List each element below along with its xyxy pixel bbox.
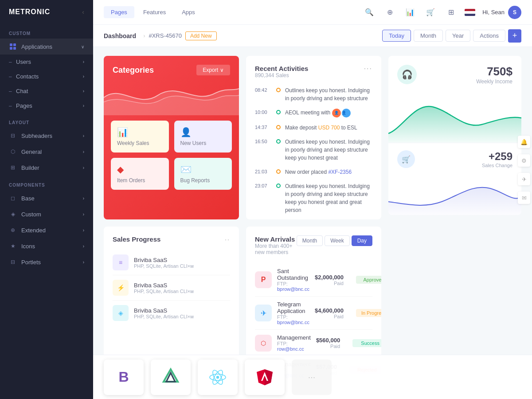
tab-week[interactable]: Week (325, 235, 349, 246)
search-icon[interactable]: 🔍 (363, 6, 376, 19)
activities-header: Recent Activities 890,344 Sales ··· (255, 65, 372, 85)
sidebar-item-contacts[interactable]: Contacts › (0, 69, 93, 84)
arrival-paid-3: Paid (316, 344, 340, 349)
base-chevron-icon: › (83, 196, 84, 201)
framework-bootstrap[interactable]: B (104, 360, 144, 395)
brand-name: METRONIC (9, 8, 50, 16)
svg-rect-1 (13, 43, 16, 46)
income-top: 🎧 750$ Weekly Income (388, 56, 521, 94)
vue-icon (162, 368, 180, 386)
cart-icon[interactable]: 🛒 (424, 6, 437, 19)
chart-icon[interactable]: 📊 (403, 6, 417, 19)
shopping-icon: 🛒 (402, 155, 411, 164)
builder-chevron-icon: › (83, 165, 84, 170)
custom-label: Custom (21, 211, 41, 218)
right-panel: 🎧 750$ Weekly Income (388, 56, 521, 390)
year-button[interactable]: Year (446, 30, 470, 42)
tab-apps[interactable]: Apps (175, 6, 202, 18)
tab-pages[interactable]: Pages (104, 6, 134, 18)
flag-icon[interactable] (465, 9, 475, 16)
sidebar-item-chat[interactable]: Chat › (0, 84, 93, 98)
category-new-users[interactable]: 👤 New Users (174, 121, 232, 153)
send-icon[interactable]: ✈ (518, 173, 530, 185)
app-logo-1: P (261, 276, 266, 284)
activities-subtitle: 890,344 Sales (255, 72, 308, 78)
sidebar-item-pages[interactable]: Pages › (0, 98, 93, 113)
activity-time: 21:03 (255, 169, 272, 174)
sidebar-item-builder[interactable]: ⊞ Builder › (0, 160, 93, 176)
right-floating-icons: 🔔 ⚙ ✈ ✉ (518, 136, 530, 204)
activity-dot-icon (276, 88, 281, 92)
breadcrumb: › #XRS-45670 Add New (143, 31, 217, 40)
activity-item: 21:03 New order placed #XF-2356 (255, 168, 372, 176)
svg-marker-4 (164, 369, 178, 382)
month-button[interactable]: Month (414, 30, 443, 42)
layout-section-label: LAYOUT (0, 113, 93, 128)
activity-text: Outlines keep you honest. Indulging in p… (285, 86, 372, 102)
sidebar-item-icons[interactable]: ★ Icons › (0, 238, 93, 254)
tab-day[interactable]: Day (352, 235, 372, 246)
arrival-info-2: Telegram Application FTP: bprow@bnc.cc (277, 301, 309, 325)
sidebar-collapse-icon[interactable]: ‹ (82, 8, 84, 16)
sidebar-item-applications[interactable]: Applications ∨ (0, 39, 93, 55)
income-card: 🎧 750$ Weekly Income (388, 56, 521, 142)
framework-angular[interactable] (245, 360, 285, 395)
export-button[interactable]: Export ∨ (196, 65, 230, 75)
activity-text: Outlines keep you honest. Indulging in p… (285, 182, 372, 214)
notification-icon[interactable]: 🔔 (518, 136, 530, 148)
sidebar-item-general[interactable]: ⬡ General › (0, 144, 93, 160)
activity-time: 10:00 (255, 110, 272, 115)
progress-icon-1: ≡ (113, 254, 129, 270)
base-icon: ◻ (9, 194, 17, 202)
extended-icon: ⊕ (9, 226, 17, 234)
today-button[interactable]: Today (382, 30, 411, 42)
arrival-icon-3: ⬡ (255, 335, 272, 352)
arrivals-subtitle: More than 400+ new members (255, 243, 297, 255)
subheaders-chevron-icon: › (83, 133, 84, 138)
icons-icon: ★ (9, 242, 17, 250)
category-bug-reports[interactable]: ✉️ Bug Reports (174, 158, 232, 190)
applications-label: Applications (21, 43, 52, 50)
progress-menu-icon[interactable]: ·· (225, 236, 230, 243)
arrival-ftp-2: FTP: bprow@bnc.cc (277, 314, 309, 325)
add-button[interactable]: + (508, 29, 521, 43)
framework-more[interactable]: ··· (292, 360, 332, 395)
activity-text: Outlines keep you honest. Indulging in p… (285, 138, 372, 162)
user-menu[interactable]: Hi, Sean S (482, 6, 521, 19)
activity-dot-icon (276, 169, 281, 174)
arrivals-title-section: New Arrivals More than 400+ new members (255, 235, 297, 262)
tab-month[interactable]: Month (297, 235, 323, 246)
general-icon: ⬡ (9, 148, 17, 156)
category-item-orders[interactable]: ◆ Item Orders (111, 158, 169, 190)
arrival-name-3: Management (277, 334, 311, 341)
avatar[interactable]: S (508, 6, 521, 19)
breadcrumb-id: #XRS-45670 (149, 32, 181, 39)
sidebar-item-extended[interactable]: ⊕ Extended › (0, 222, 93, 238)
sidebar-item-portlets[interactable]: ⊟ Portlets › (0, 254, 93, 270)
arrival-name-1: Sant Outstanding (277, 268, 309, 281)
subheader: Dashboard › #XRS-45670 Add New Today Mon… (93, 25, 532, 47)
sidebar-logo: METRONIC ‹ (0, 0, 93, 24)
share-icon[interactable]: ⊕ (383, 6, 396, 19)
tab-features[interactable]: Features (136, 6, 173, 18)
sidebar-item-subheaders[interactable]: ⊟ Subheaders › (0, 128, 93, 144)
activity-text: AEOL meeting with 👤 👤 (285, 109, 351, 117)
activities-menu-icon[interactable]: ··· (364, 65, 372, 73)
add-new-button[interactable]: Add New (185, 31, 217, 40)
arrival-name-2: Telegram Application (277, 301, 309, 314)
framework-react[interactable] (198, 360, 238, 395)
sidebar-item-users[interactable]: Users › (0, 55, 93, 69)
actions-button[interactable]: Actions (473, 30, 505, 42)
categories-header: Categories Export ∨ (104, 56, 239, 80)
framework-vue[interactable] (151, 360, 191, 395)
chat-label: Chat (16, 88, 28, 94)
sidebar-item-base[interactable]: ◻ Base › (0, 190, 93, 206)
settings-icon[interactable]: ⚙ (518, 154, 530, 167)
sidebar-item-custom[interactable]: ◈ Custom › (0, 206, 93, 222)
activity-item: 23:07 Outlines keep you honest. Indulgin… (255, 182, 372, 214)
saas-icon-1: ≡ (119, 259, 122, 266)
category-weekly-sales[interactable]: 📊 Weekly Sales (111, 121, 169, 153)
progress-sub-2: PHP, SQLite, Artisan CLI×м (134, 289, 230, 294)
grid-icon[interactable]: ⊞ (444, 6, 458, 19)
mail-icon[interactable]: ✉ (518, 192, 530, 204)
